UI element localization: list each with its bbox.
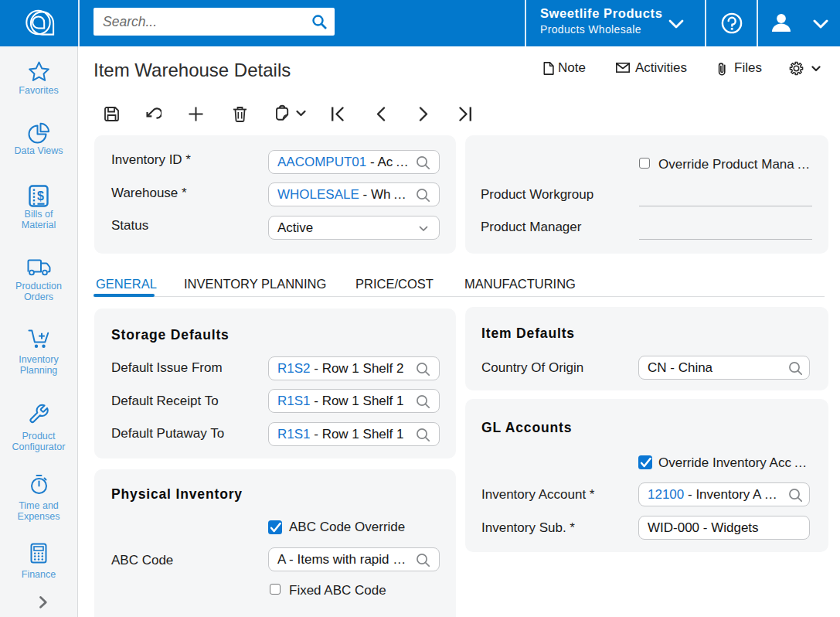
svg-text:$: $: [37, 189, 44, 203]
